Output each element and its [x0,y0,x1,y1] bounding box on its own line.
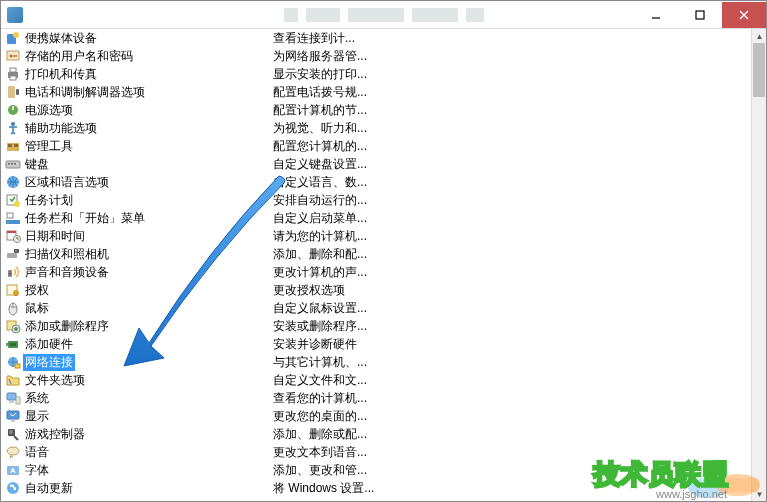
item-description: 为视觉、听力和... [273,120,751,137]
svg-rect-10 [10,76,16,80]
svg-point-53 [7,447,19,455]
list-row[interactable]: 存储的用户名和密码为网络服务器管... [1,47,751,65]
item-description: 自定义鼠标设置... [273,300,751,317]
printer-icon [5,66,21,82]
svg-point-24 [14,201,20,207]
scroll-up-arrow[interactable]: ▲ [752,29,766,43]
list-row[interactable]: 网络连接与其它计算机、... [1,353,751,371]
item-name: 鼠标 [23,300,51,317]
item-description: 请为您的计算机... [273,228,751,245]
item-description: 添加、删除或配... [273,426,751,443]
svg-rect-16 [8,144,12,147]
item-name: 存储的用户名和密码 [23,48,135,65]
item-description: 与其它计算机、... [273,354,751,371]
speech-icon [5,444,21,460]
svg-point-52 [9,430,13,434]
portable-media-icon [5,30,21,46]
titlebar [1,1,766,29]
svg-rect-46 [7,393,16,400]
item-description: 显示安装的打印... [273,66,751,83]
item-name: 添加或删除程序 [23,318,111,335]
item-description: 安装或删除程序... [273,318,751,335]
watermark-logo: 技术员联盟 [594,457,729,492]
item-description: 查看连接到计... [273,30,751,47]
list-row[interactable]: 辅助功能选项为视觉、听力和... [1,119,751,137]
app-icon [7,7,23,23]
svg-point-7 [10,55,13,58]
item-name: 区域和语言选项 [23,174,111,191]
item-name: 系统 [23,390,51,407]
list-area[interactable]: 便携媒体设备查看连接到计...存储的用户名和密码为网络服务器管...打印机和传真… [1,29,751,501]
list-row[interactable]: 添加或删除程序安装或删除程序... [1,317,751,335]
minimize-button[interactable] [634,2,678,28]
list-row[interactable]: 文件夹选项自定义文件和文... [1,371,751,389]
svg-rect-42 [6,343,8,346]
svg-rect-1 [696,11,704,19]
list-row[interactable]: 便携媒体设备查看连接到计... [1,29,751,47]
svg-point-5 [13,32,19,38]
item-name: 辅助功能选项 [23,120,99,137]
svg-rect-49 [7,411,19,419]
svg-rect-12 [16,89,19,95]
list-row[interactable]: 游戏控制器添加、删除或配... [1,425,751,443]
list-row[interactable]: 日期和时间请为您的计算机... [1,227,751,245]
item-name: 日期和时间 [23,228,87,245]
item-name: 网络连接 [23,354,75,371]
svg-point-33 [15,250,17,252]
item-description: 查看您的计算机... [273,390,751,407]
display-icon [5,408,21,424]
svg-point-56 [7,482,19,494]
item-description: 添加、删除和配... [273,246,751,263]
list-row[interactable]: 声音和音频设备更改计算机的声... [1,263,751,281]
content-area: 便携媒体设备查看连接到计...存储的用户名和密码为网络服务器管...打印机和传真… [1,29,766,501]
game-icon [5,426,21,442]
item-description: 安装并诊断硬件 [273,336,751,353]
svg-rect-47 [9,401,14,403]
phone-icon [5,84,21,100]
scrollbar[interactable]: ▲ ▼ [751,29,766,501]
svg-rect-48 [16,397,20,404]
region-icon [5,174,21,190]
list-row[interactable]: 扫描仪和照相机添加、删除和配... [1,245,751,263]
svg-point-35 [9,273,11,275]
item-name: 声音和音频设备 [23,264,111,281]
mouse-icon [5,300,21,316]
maximize-button[interactable] [678,2,722,28]
list-row[interactable]: 管理工具配置您计算机的... [1,137,751,155]
svg-rect-50 [11,420,15,422]
item-description: 配置计算机的节... [273,102,751,119]
list-row[interactable]: 系统查看您的计算机... [1,389,751,407]
hardware-icon [5,336,21,352]
task-icon [5,192,21,208]
list-row[interactable]: 任务栏和「开始」菜单自定义启动菜单... [1,209,751,227]
list-row[interactable]: 任务计划安排自动运行的... [1,191,751,209]
svg-rect-17 [14,144,18,147]
item-name: 文件夹选项 [23,372,87,389]
list-row[interactable]: 电话和调制解调器选项配置电话拨号规... [1,83,751,101]
svg-rect-9 [10,68,16,72]
list-row[interactable]: 鼠标自定义鼠标设置... [1,299,751,317]
list-row[interactable]: 电源选项配置计算机的节... [1,101,751,119]
svg-rect-43 [10,343,16,346]
taskbar-icon [5,210,21,226]
license-icon [5,282,21,298]
scrollbar-thumb[interactable] [753,43,765,97]
title-blurred [284,8,484,22]
list-row[interactable]: 打印机和传真显示安装的打印... [1,65,751,83]
list-row[interactable]: 授权更改授权选项 [1,281,751,299]
list-row[interactable]: 区域和语言选项自定义语言、数... [1,173,751,191]
item-name: 授权 [23,282,51,299]
watermark-text: 技术员联盟 [594,457,729,492]
svg-text:A: A [10,466,16,475]
power-icon [5,102,21,118]
list-row[interactable]: 键盘自定义键盘设置... [1,155,751,173]
svg-rect-26 [7,221,10,223]
item-name: 电源选项 [23,102,75,119]
list-row[interactable]: 显示更改您的桌面的... [1,407,751,425]
system-icon [5,390,21,406]
item-description: 自定义键盘设置... [273,156,751,173]
close-button[interactable] [722,2,766,28]
admin-icon [5,138,21,154]
datetime-icon [5,228,21,244]
list-row[interactable]: 添加硬件安装并诊断硬件 [1,335,751,353]
